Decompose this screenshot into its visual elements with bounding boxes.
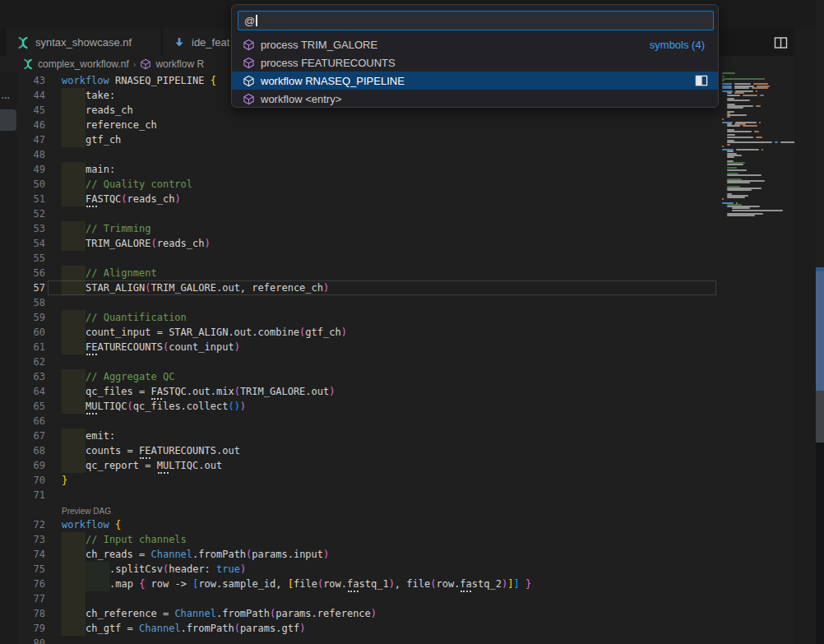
code-text: qc_report = MULTIQC.out xyxy=(86,458,222,473)
code-editor[interactable]: 43workflow RNASEQ_PIPELINE {44take:45rea… xyxy=(0,72,719,644)
minimap-line xyxy=(722,80,727,81)
code-text: STAR_ALIGN(TRIM_GALORE.out, reference_ch… xyxy=(86,280,329,295)
quickpick-item[interactable]: workflow <entry> xyxy=(232,90,718,108)
indent-guide-block xyxy=(86,562,109,577)
breadcrumb-symbol[interactable]: workflow R xyxy=(155,58,204,70)
quickpick-input[interactable]: @ xyxy=(238,11,714,30)
code-line-50[interactable]: 50// Quality control xyxy=(0,177,719,192)
indent-guide-block xyxy=(62,118,86,132)
rail-handle[interactable] xyxy=(0,109,16,131)
codelens-row[interactable]: Preview DAG xyxy=(0,503,719,517)
quickpick-item[interactable]: process FEATURECOUNTS xyxy=(232,53,718,72)
code-line-66[interactable]: 66 xyxy=(0,414,719,429)
breadcrumb-file[interactable]: complex_workflow.nf xyxy=(38,58,129,70)
quickpick-item[interactable]: process TRIM_GALOREsymbols (4) xyxy=(232,35,718,53)
symbol-class-icon xyxy=(243,75,255,87)
indent-guide-block xyxy=(62,340,86,354)
code-line-71[interactable]: 71 xyxy=(0,488,719,503)
code-line-48[interactable]: 48 xyxy=(0,147,719,162)
code-line-70[interactable]: 70} xyxy=(0,473,719,488)
chevron-right-icon: › xyxy=(133,59,137,69)
indent-guide-block xyxy=(62,562,86,577)
code-line-65[interactable]: 65MULTIQC(qc_files.collect()) xyxy=(0,399,719,414)
code-line-53[interactable]: 53// Trimming xyxy=(0,221,719,236)
indent-guide-block xyxy=(62,384,86,399)
indent-guide-block xyxy=(62,369,86,384)
split-editor-button[interactable] xyxy=(774,36,788,49)
minimap-line xyxy=(727,182,752,183)
code-text: // Alignment xyxy=(86,266,157,280)
minimap-line xyxy=(727,189,754,191)
tab-syntax-showcase[interactable]: syntax_showcase.nf xyxy=(7,29,162,56)
code-line-68[interactable]: 68counts = FEATURECOUNTS.out xyxy=(0,443,719,458)
code-line-54[interactable]: 54TRIM_GALORE(reads_ch) xyxy=(0,236,719,251)
code-line-57[interactable]: 57STAR_ALIGN(TRIM_GALORE.out, reference_… xyxy=(0,280,719,295)
code-text: // Input channels xyxy=(86,532,187,547)
code-text: MULTIQC(qc_files.collect()) xyxy=(86,399,246,414)
code-line-63[interactable]: 63// Aggregate QC xyxy=(0,369,719,384)
minimap-line xyxy=(727,156,737,158)
code-line-51[interactable]: 51FASTQC(reads_ch) xyxy=(0,192,719,206)
indent-guide-block xyxy=(62,132,86,147)
code-line-64[interactable]: 64qc_files = FASTQC.out.mix(TRIM_GALORE.… xyxy=(0,384,719,399)
minimap-line xyxy=(722,118,726,120)
code-line-69[interactable]: 69qc_report = MULTIQC.out xyxy=(0,458,719,473)
code-line-47[interactable]: 47gtf_ch xyxy=(0,132,719,147)
quickpick-list: process TRIM_GALOREsymbols (4)process FE… xyxy=(232,35,718,108)
code-line-78[interactable]: 78ch_reference = Channel.fromPath(params… xyxy=(0,606,719,621)
code-text: main: xyxy=(86,162,115,177)
minimap-line xyxy=(727,100,752,101)
text-cursor xyxy=(256,15,257,26)
minimap-line xyxy=(727,197,748,198)
code-line-67[interactable]: 67emit: xyxy=(0,429,719,443)
indent-guide-block xyxy=(62,606,86,621)
overflow-dots-icon[interactable]: ••• xyxy=(2,95,10,100)
arrow-down-icon xyxy=(173,36,186,49)
nextflow-icon xyxy=(22,58,34,70)
minimap[interactable] xyxy=(719,72,794,644)
code-line-75[interactable]: 75.splitCsv(header: true) xyxy=(0,562,719,577)
code-line-58[interactable]: 58 xyxy=(0,295,719,310)
code-line-46[interactable]: 46reference_ch xyxy=(0,118,719,132)
scrollbar-gutter xyxy=(794,29,816,644)
minimap-line xyxy=(727,164,746,165)
tab-label: syntax_showcase.nf xyxy=(35,36,132,49)
minimap-line xyxy=(727,144,733,146)
overview-dark xyxy=(816,442,824,644)
code-line-73[interactable]: 73// Input channels xyxy=(0,532,719,547)
minimap-line xyxy=(727,215,757,216)
code-line-56[interactable]: 56// Alignment xyxy=(0,266,719,280)
quickpick-item-label: process TRIM_GALORE xyxy=(261,39,377,51)
quickpick-item[interactable]: workflow RNASEQ_PIPELINE xyxy=(232,72,718,90)
minimap-line xyxy=(732,210,785,211)
code-line-79[interactable]: 79ch_gtf = Channel.fromPath(params.gtf) xyxy=(0,621,719,636)
code-text: // Trimming xyxy=(86,221,150,236)
vscode-window: syntax_showcase.nf ide_feat ··· xyxy=(0,0,824,644)
symbol-quickpick: @ process TRIM_GALOREsymbols (4)process … xyxy=(231,4,719,108)
code-text: workflow { xyxy=(62,517,121,532)
indent-guide-block xyxy=(62,177,86,192)
code-line-80[interactable]: 80 xyxy=(0,636,719,644)
minimap-line xyxy=(722,78,767,80)
code-line-62[interactable]: 62 xyxy=(0,354,719,369)
code-line-52[interactable]: 52 xyxy=(0,206,719,221)
code-line-77[interactable]: 77 xyxy=(0,591,719,606)
code-line-72[interactable]: 72workflow { xyxy=(0,517,719,532)
code-text: FASTQC(reads_ch) xyxy=(86,192,181,206)
open-to-side-icon[interactable] xyxy=(695,75,708,87)
overview-ruler[interactable] xyxy=(816,0,824,644)
code-line-49[interactable]: 49main: xyxy=(0,162,719,177)
code-text: counts = FEATURECOUNTS.out xyxy=(86,443,240,458)
scrollbar-thumb[interactable] xyxy=(816,391,824,442)
code-line-60[interactable]: 60count_input = STAR_ALIGN.out.combine(g… xyxy=(0,325,719,340)
code-line-76[interactable]: 76.map { row -> [row.sample_id, [file(ro… xyxy=(0,577,719,591)
code-line-59[interactable]: 59// Quantification xyxy=(0,310,719,325)
code-line-74[interactable]: 74ch_reads = Channel.fromPath(params.inp… xyxy=(0,547,719,562)
indent-guide-block xyxy=(62,310,86,325)
minimap-line xyxy=(727,174,764,176)
code-text: // Aggregate QC xyxy=(86,369,174,384)
code-line-55[interactable]: 55 xyxy=(0,251,719,266)
code-line-61[interactable]: 61FEATURECOUNTS(count_input) xyxy=(0,340,719,354)
indent-guide-block xyxy=(62,532,86,547)
indent-guide-block xyxy=(62,621,86,636)
